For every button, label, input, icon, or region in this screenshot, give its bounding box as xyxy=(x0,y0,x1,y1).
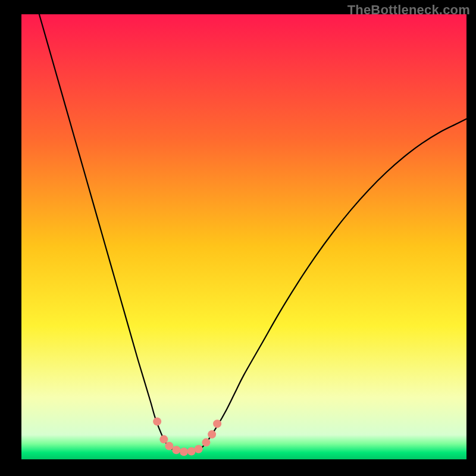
watermark-text: TheBottleneck.com xyxy=(347,2,470,18)
marker-dot xyxy=(187,447,196,456)
marker-dot xyxy=(195,445,203,453)
marker-dot xyxy=(165,442,173,450)
marker-dot xyxy=(159,435,168,443)
marker-dot xyxy=(208,430,216,439)
chart-svg xyxy=(21,14,466,459)
marker-dot xyxy=(153,417,161,425)
marker-dot xyxy=(172,446,180,454)
chart-frame: TheBottleneck.com xyxy=(0,0,476,476)
chart-plot-area xyxy=(21,14,466,459)
bottleneck-curve xyxy=(39,14,466,452)
marker-dot xyxy=(202,439,210,447)
marker-dot xyxy=(213,419,221,428)
marker-dot xyxy=(180,447,188,456)
marker-dots-group xyxy=(153,417,221,456)
